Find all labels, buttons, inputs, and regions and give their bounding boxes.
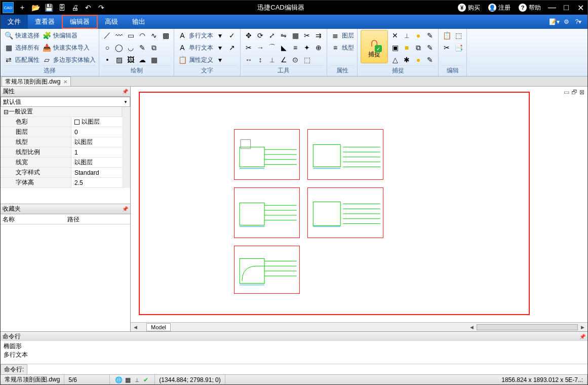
ltype-button[interactable]: ≡线型 [330, 42, 354, 53]
fillet-icon[interactable]: ⌒ [267, 43, 277, 53]
snap4-icon[interactable]: ✎ [425, 30, 435, 41]
menu-opt1-icon[interactable]: 📝▾ [548, 16, 560, 28]
extend-icon[interactable]: → [255, 43, 265, 53]
quick-edit-button[interactable]: 🧩快编辑器 [42, 30, 96, 41]
prop-row[interactable]: 线宽以图层 [1, 158, 122, 168]
drawing-canvas[interactable]: ▭🗗⊠ [133, 89, 585, 320]
attrdef-button[interactable]: 📋属性定义▾ [177, 54, 225, 65]
menu-viewer[interactable]: 查看器 [28, 15, 62, 29]
close-icon[interactable]: ✕ [573, 1, 587, 15]
menu-advanced[interactable]: 高级 [98, 15, 125, 29]
cut-icon[interactable]: ✂ [442, 43, 452, 53]
explode-icon[interactable]: ✦ [302, 43, 312, 53]
quick-select-button[interactable]: 🔍快速选择 [4, 30, 40, 41]
new-icon[interactable]: ＋ [16, 1, 29, 15]
menu-help-icon[interactable]: ?▾ [572, 16, 584, 28]
prop-row[interactable]: 线型比例1 [1, 147, 122, 158]
rect-icon[interactable]: ▭ [126, 30, 136, 41]
pin-icon[interactable]: 📌 [122, 89, 128, 94]
buy-button[interactable]: ¥购买 [454, 1, 484, 15]
snap5-icon[interactable]: ▣ [390, 43, 400, 53]
register-button[interactable]: 👤注册 [484, 1, 515, 15]
snap9-icon[interactable]: △ [390, 55, 400, 65]
table-icon[interactable]: ▦ [149, 55, 159, 65]
canvas-close-icon[interactable]: ⊠ [579, 89, 584, 96]
cloud-icon[interactable]: ☁ [137, 55, 147, 65]
pin-icon[interactable]: 📌 [122, 206, 128, 212]
prop-row[interactable]: 图层0 [1, 127, 122, 137]
status-icon4[interactable]: ✔ [141, 376, 150, 384]
help-button[interactable]: ?帮助 [515, 1, 545, 15]
scroll-left-icon[interactable]: ◀ [467, 325, 477, 330]
snap3-icon[interactable]: ● [413, 30, 423, 41]
dim5-icon[interactable]: ⊙ [290, 55, 300, 65]
move-icon[interactable]: ✥ [244, 30, 254, 41]
copy-icon[interactable]: ⧉ [149, 43, 159, 53]
document-tab[interactable]: 常规吊顶剖面图.dwg✕ [2, 76, 71, 86]
polyline-icon[interactable]: 〰 [114, 30, 124, 41]
menu-output[interactable]: 输出 [125, 15, 152, 29]
line-icon[interactable]: ／ [102, 30, 112, 41]
dim4-icon[interactable]: ∠ [279, 55, 289, 65]
dim2-icon[interactable]: ↕ [255, 55, 265, 65]
scale-icon[interactable]: ⤢ [267, 30, 277, 41]
prop-row[interactable]: 线型以图层 [1, 137, 122, 147]
menu-editor[interactable]: 编辑器 [62, 15, 98, 29]
snap2-icon[interactable]: ⟂ [402, 30, 412, 41]
align-icon[interactable]: ≡ [290, 43, 300, 53]
status-icon2[interactable]: ▦ [123, 376, 132, 384]
snap8-icon[interactable]: ✎ [425, 43, 435, 53]
rotate-icon[interactable]: ⟳ [255, 30, 265, 41]
hatch-icon[interactable]: ▩ [161, 30, 171, 41]
spline-icon[interactable]: ∿ [149, 30, 159, 41]
brush-icon[interactable]: ✎ [137, 43, 147, 53]
break-icon[interactable]: ✂ [302, 30, 312, 41]
prop-row[interactable]: 色彩以图层 [1, 117, 122, 127]
props-type-select[interactable]: 默认值▼ [1, 97, 130, 107]
prop-row[interactable]: 文字样式Standard [1, 168, 122, 178]
fill-icon[interactable]: ▨ [114, 55, 124, 65]
command-input[interactable] [27, 365, 587, 374]
stext-button[interactable]: A单行文本▾ [177, 42, 225, 53]
open-icon[interactable]: 📂 [29, 1, 42, 15]
hscrollbar[interactable] [477, 324, 578, 330]
canvas-max-icon[interactable]: 🗗 [571, 89, 577, 96]
snap12-icon[interactable]: ✎ [425, 55, 435, 65]
text-tool1-icon[interactable]: ✓ [227, 30, 237, 41]
mtext-button[interactable]: A多行文本▾ [177, 30, 225, 41]
join-icon[interactable]: ⊕ [313, 43, 324, 53]
menu-opt2-icon[interactable]: ⚙ [560, 16, 572, 28]
minimize-icon[interactable]: — [545, 1, 559, 15]
mirror-icon[interactable]: ⇋ [279, 30, 289, 41]
snap1-icon[interactable]: ✕ [390, 30, 400, 41]
saveas-icon[interactable]: 🗄 [55, 1, 68, 15]
dim-icon[interactable]: ↔ [244, 55, 254, 65]
snap-button[interactable]: ∩✓ 捕捉 [361, 30, 388, 63]
pin-icon[interactable]: 📌 [579, 334, 585, 339]
snap10-icon[interactable]: ✱ [402, 55, 412, 65]
snap11-icon[interactable]: ● [413, 55, 423, 65]
menu-file[interactable]: 文件 [1, 15, 28, 29]
poly-input-button[interactable]: ▱多边形实体输入 [42, 54, 96, 65]
prop-category[interactable]: ⊟ 一般设置 [1, 107, 122, 117]
redo-icon[interactable]: ↷ [95, 1, 108, 15]
tab-prev-icon[interactable]: ◀ [131, 325, 140, 330]
edit-tool1-icon[interactable]: ⬚ [453, 30, 463, 41]
chamfer-icon[interactable]: ◣ [279, 43, 289, 53]
offset-icon[interactable]: ⇉ [313, 30, 324, 41]
match-props-button[interactable]: ⇄匹配属性 [4, 54, 40, 65]
solid-import-button[interactable]: 📥快速实体导入 [42, 42, 96, 53]
arc2-icon[interactable]: ◡ [126, 43, 136, 53]
scrollbar[interactable] [122, 107, 130, 188]
tab-close-icon[interactable]: ✕ [63, 79, 67, 85]
circle-icon[interactable]: ○ [102, 43, 112, 53]
array-icon[interactable]: ▦ [290, 30, 300, 41]
prop-row[interactable]: 字体高2.5 [1, 178, 122, 188]
status-icon1[interactable]: 🌐 [114, 376, 123, 384]
dim3-icon[interactable]: ⟂ [267, 55, 277, 65]
undo-icon[interactable]: ↶ [82, 1, 95, 15]
arc-icon[interactable]: ◠ [137, 30, 147, 41]
model-tab[interactable]: Model [146, 323, 171, 331]
layer-button[interactable]: ≣图层 [330, 30, 354, 41]
canvas-restore-icon[interactable]: ▭ [564, 89, 569, 96]
